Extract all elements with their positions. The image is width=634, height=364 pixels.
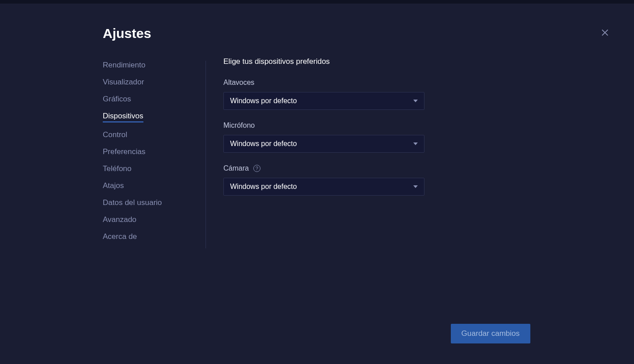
chevron-down-icon (413, 99, 418, 103)
sidebar-item-rendimiento[interactable]: Rendimiento (103, 61, 145, 70)
microphone-select-value: Windows por defecto (230, 140, 297, 148)
camera-label: Cámara ? (223, 164, 424, 172)
camera-group: Cámara ? Windows por defecto (223, 164, 424, 196)
sidebar-nav: Rendimiento Visualizador Gráficos Dispos… (103, 61, 206, 241)
sidebar-item-avanzado[interactable]: Avanzado (103, 215, 136, 224)
sidebar-item-atajos[interactable]: Atajos (103, 181, 124, 190)
speakers-select-value: Windows por defecto (230, 97, 297, 105)
close-icon (600, 28, 610, 38)
settings-container: Ajustes Rendimiento Visualizador Gráfico… (0, 4, 634, 364)
speakers-select[interactable]: Windows por defecto (223, 92, 424, 110)
chevron-down-icon (413, 142, 418, 146)
help-icon[interactable]: ? (253, 165, 260, 172)
speakers-label-text: Altavoces (223, 79, 254, 87)
section-title: Elige tus dispositivos preferidos (223, 57, 424, 66)
top-bar (0, 0, 634, 4)
sidebar-item-control[interactable]: Control (103, 130, 127, 139)
main-panel: Elige tus dispositivos preferidos Altavo… (223, 57, 424, 207)
speakers-group: Altavoces Windows por defecto (223, 79, 424, 110)
vertical-divider (206, 61, 206, 248)
sidebar-item-graficos[interactable]: Gráficos (103, 95, 131, 104)
svg-marker-3 (413, 142, 418, 145)
page-title: Ajustes (103, 26, 151, 41)
microphone-select[interactable]: Windows por defecto (223, 135, 424, 153)
svg-marker-2 (413, 100, 418, 102)
sidebar-item-datos-usuario[interactable]: Datos del usuario (103, 198, 162, 207)
sidebar-item-acerca-de[interactable]: Acerca de (103, 232, 137, 241)
microphone-label-text: Micrófono (223, 121, 255, 130)
camera-label-text: Cámara (223, 164, 249, 172)
sidebar-item-visualizador[interactable]: Visualizador (103, 78, 144, 87)
camera-select-value: Windows por defecto (230, 183, 297, 191)
sidebar-item-telefono[interactable]: Teléfono (103, 164, 131, 173)
camera-select[interactable]: Windows por defecto (223, 178, 424, 196)
microphone-label: Micrófono (223, 121, 424, 130)
sidebar-item-preferencias[interactable]: Preferencias (103, 147, 145, 156)
speakers-label: Altavoces (223, 79, 424, 87)
chevron-down-icon (413, 184, 418, 189)
svg-marker-4 (413, 185, 418, 188)
close-button[interactable] (600, 28, 610, 38)
sidebar-item-dispositivos[interactable]: Dispositivos (103, 112, 143, 122)
save-button[interactable]: Guardar cambios (451, 324, 530, 343)
microphone-group: Micrófono Windows por defecto (223, 121, 424, 153)
